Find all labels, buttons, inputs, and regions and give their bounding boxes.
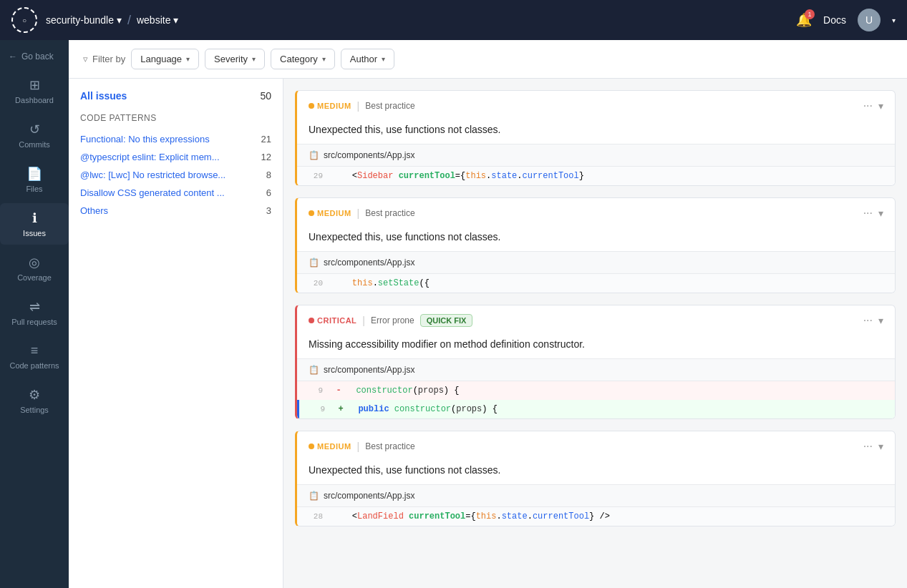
filter-item-name-2: @lwc: [Lwc] No restricted browse... [80, 170, 225, 180]
author-filter[interactable]: Author ▾ [341, 49, 394, 69]
issue-header-2: CRITICAL | Error prone QUICK FIX ··· ▾ [297, 305, 895, 335]
code-line-1-0: 20 this.setState({ [297, 274, 895, 293]
left-panel: All issues 50 Code patterns Functional: … [69, 79, 283, 588]
category-label-2: Error prone [371, 315, 414, 325]
sidebar-label-pull-requests: Pull requests [11, 318, 57, 326]
filter-item-2[interactable]: @lwc: [Lwc] No restricted browse... 8 [80, 166, 271, 184]
category-chevron: ▾ [322, 55, 326, 63]
header-actions-3: ··· ▾ [863, 440, 883, 453]
diff-add-marker: + [334, 404, 348, 414]
code-line-3-0: 28 <LandField currentTool={this.state.cu… [297, 507, 895, 526]
code-block-2: 9 - constructor(props) { 9 + public cons… [297, 381, 895, 418]
code-content: this.setState({ [331, 278, 895, 288]
top-nav: ○ security-bundle ▾ / website ▾ 🔔 1 Docs… [0, 0, 907, 40]
filter-item-name-4: Others [80, 205, 108, 216]
category-label-3: Best practice [365, 441, 414, 451]
user-chevron[interactable]: ▾ [892, 16, 896, 24]
go-back-button[interactable]: ← Go back [0, 46, 69, 67]
sidebar-item-commits[interactable]: ↺ Commits [0, 114, 69, 156]
code-patterns-section-title: Code patterns [80, 113, 271, 123]
sidebar-item-settings[interactable]: ⚙ Settings [0, 380, 69, 421]
file-path-3: src/components/App.jsx [324, 491, 414, 501]
collapse-button-0[interactable]: ▾ [878, 100, 883, 112]
user-avatar[interactable]: U [858, 9, 881, 31]
repo-name: website [137, 14, 170, 26]
filter-item-count-0: 21 [261, 134, 271, 144]
right-panel: MEDIUM | Best practice ··· ▾ Unexpected … [283, 79, 907, 588]
severity-chevron: ▾ [252, 55, 256, 63]
notification-count: 1 [805, 9, 815, 19]
quick-fix-badge: QUICK FIX [420, 314, 473, 327]
issue-card-2: CRITICAL | Error prone QUICK FIX ··· ▾ M… [295, 305, 896, 419]
category-label-1: Best practice [365, 208, 414, 218]
collapse-button-3[interactable]: ▾ [878, 441, 883, 452]
author-chevron: ▾ [382, 55, 385, 63]
separator-1: | [357, 207, 360, 219]
repo-selector[interactable]: website ▾ [137, 14, 178, 26]
sidebar-item-coverage[interactable]: ◎ Coverage [0, 248, 69, 289]
logo-icon: ○ [11, 7, 37, 33]
filter-icon: ▿ [83, 54, 88, 64]
notifications-bell[interactable]: 🔔 1 [796, 12, 812, 28]
filter-item-1[interactable]: @typescript eslint: Explicit mem... 12 [80, 148, 271, 166]
filter-bar: ▿ Filter by Language ▾ Severity ▾ Catego… [69, 40, 907, 79]
filter-item-0[interactable]: Functional: No this expressions 21 [80, 130, 271, 148]
filter-item-count-4: 3 [266, 205, 271, 216]
file-path-1: src/components/App.jsx [324, 258, 414, 268]
sidebar-item-files[interactable]: 📄 Files [0, 159, 69, 200]
sidebar-label-issues: Issues [23, 229, 46, 237]
code-content: public constructor(props) { [348, 404, 895, 414]
go-back-arrow: ← [9, 52, 17, 62]
issue-header-0: MEDIUM | Best practice ··· ▾ [297, 91, 895, 121]
line-number: 9 [297, 386, 331, 395]
sidebar-item-dashboard[interactable]: ⊞ Dashboard [0, 70, 69, 112]
file-icon-1: 📋 [309, 258, 319, 268]
code-line-0-0: 29 <Sidebar currentTool={this.state.curr… [297, 167, 895, 185]
sidebar-label-commits: Commits [19, 140, 49, 149]
severity-filter[interactable]: Severity ▾ [205, 49, 265, 69]
code-line-2-1: 9 + public constructor(props) { [297, 400, 895, 418]
more-options-button-0[interactable]: ··· [863, 99, 873, 112]
filter-item-name-3: Disallow CSS generated content ... [80, 187, 225, 198]
category-filter[interactable]: Category ▾ [271, 49, 335, 69]
sidebar-item-pull-requests[interactable]: ⇌ Pull requests [0, 292, 69, 333]
collapse-button-1[interactable]: ▾ [878, 207, 883, 219]
org-selector[interactable]: security-bundle ▾ [46, 14, 122, 26]
issue-title-0: Unexpected this, use functions not class… [297, 121, 895, 144]
issues-icon: ℹ [32, 210, 37, 226]
more-options-button-2[interactable]: ··· [863, 314, 873, 327]
code-block-0: 29 <Sidebar currentTool={this.state.curr… [297, 167, 895, 185]
code-content: <LandField currentTool={this.state.curre… [331, 511, 895, 521]
all-issues-count: 50 [260, 90, 271, 102]
filter-item-3[interactable]: Disallow CSS generated content ... 6 [80, 184, 271, 202]
sidebar-item-issues[interactable]: ℹ Issues [0, 203, 69, 245]
file-path-2: src/components/App.jsx [324, 365, 414, 375]
more-options-button-1[interactable]: ··· [863, 207, 873, 220]
language-filter[interactable]: Language ▾ [131, 49, 199, 69]
filter-item-4[interactable]: Others 3 [80, 202, 271, 220]
all-issues-label[interactable]: All issues [80, 90, 127, 102]
separator-2: | [362, 315, 365, 326]
issue-card-0: MEDIUM | Best practice ··· ▾ Unexpected … [295, 90, 896, 186]
collapse-button-2[interactable]: ▾ [878, 315, 883, 326]
header-actions-1: ··· ▾ [863, 207, 883, 220]
code-block-1: 20 this.setState({ [297, 274, 895, 293]
severity-badge-0: MEDIUM [309, 102, 351, 110]
org-name: security-bundle [46, 14, 114, 26]
main-layout: ← Go back ⊞ Dashboard ↺ Commits 📄 Files … [0, 40, 907, 588]
more-options-button-3[interactable]: ··· [863, 440, 873, 453]
sidebar-item-code-patterns[interactable]: ≡ Code patterns [0, 336, 69, 377]
separator-3: | [357, 441, 360, 452]
code-content: constructor(props) { [346, 386, 895, 396]
diff-remove-marker: - [331, 386, 346, 396]
all-issues-row: All issues 50 [80, 90, 271, 102]
header-actions-0: ··· ▾ [863, 99, 883, 112]
line-number: 28 [297, 512, 331, 521]
filter-item-count-3: 6 [266, 187, 271, 198]
settings-icon: ⚙ [29, 387, 40, 403]
docs-link[interactable]: Docs [823, 14, 846, 26]
filter-item-name-1: @typescript eslint: Explicit mem... [80, 152, 220, 162]
severity-text-2: CRITICAL [317, 316, 357, 325]
dashboard-icon: ⊞ [29, 77, 40, 93]
line-number: 29 [297, 172, 331, 180]
